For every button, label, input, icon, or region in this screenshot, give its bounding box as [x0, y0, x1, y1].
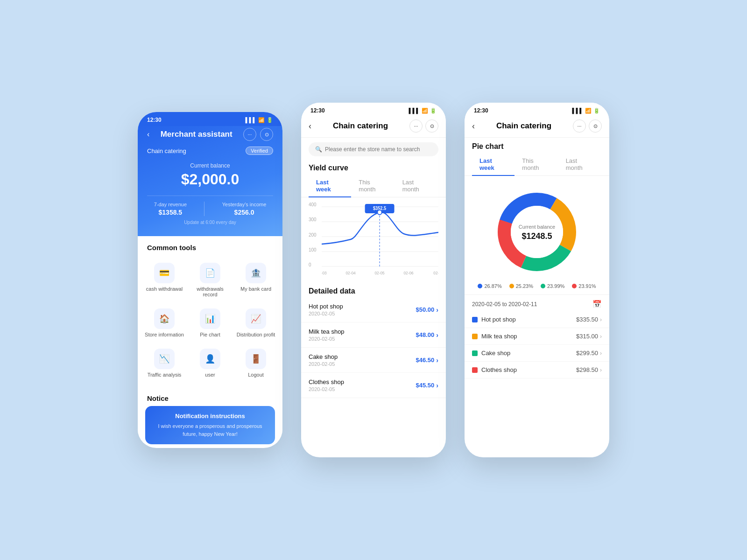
balance-amount: $2,000.0: [147, 171, 273, 188]
tool-my-bank-card[interactable]: 🏦 My bank card: [234, 257, 278, 301]
shop-hot-pot-name: Hot pot shop: [309, 303, 343, 310]
tool-cash-withdrawal[interactable]: 💳 cash withdrawal: [142, 257, 186, 301]
shop-clothes-name: Clothes shop: [309, 378, 344, 385]
tool-logout[interactable]: 🚪 Logout: [234, 343, 278, 381]
revenue-7day-value: $1358.5: [154, 209, 187, 216]
detail-milk-tea[interactable]: Milk tea shop $315.00 ›: [465, 328, 609, 345]
detail-hot-pot-amount: $335.50: [576, 316, 598, 323]
detail-cake[interactable]: Cake shop $299.50 ›: [465, 345, 609, 362]
legend-blue-label: 26.87%: [484, 283, 501, 289]
tool-store-information-label: Store information: [145, 332, 184, 337]
right-target-icon[interactable]: ⊙: [589, 119, 602, 133]
center-tabs: Last week This month Last month: [301, 175, 446, 197]
calendar-icon[interactable]: 📅: [592, 300, 602, 308]
tool-pie-chart[interactable]: 📊 Pie chart: [188, 303, 232, 341]
shop-cake[interactable]: Cake shop 2020-02-05 $46.50 ›: [301, 348, 446, 373]
svg-text:02-05: 02-05: [374, 271, 384, 275]
tool-logout-label: Logout: [248, 372, 264, 378]
detail-hot-pot[interactable]: Hot pot shop $335.50 ›: [465, 311, 609, 328]
wifi-icon: 📶: [258, 117, 265, 123]
tool-user[interactable]: 👤 user: [188, 343, 232, 381]
legend-row: 26.87% 25.23% 23.99% 23.91%: [465, 283, 609, 294]
right-battery-icon: 🔋: [593, 108, 600, 114]
tab-last-month[interactable]: Last month: [395, 175, 438, 197]
more-icon[interactable]: ···: [243, 128, 256, 141]
tab-last-week[interactable]: Last week: [309, 175, 351, 197]
right-header-title: Chain catering: [475, 121, 573, 131]
left-time: 12:30: [147, 117, 162, 123]
tool-store-information[interactable]: 🏠 Store information: [142, 303, 186, 341]
left-status-icons: ▌▌▌ 📶 🔋: [246, 117, 273, 123]
detail-cake-color: [472, 350, 478, 356]
chain-label: Chain catering: [147, 147, 186, 154]
right-wifi-icon: 📶: [585, 108, 592, 114]
center-phone: 12:30 ▌▌▌ 📶 🔋 ‹ Chain catering ··· ⊙ 🔍 Y…: [301, 103, 446, 457]
tab-this-month[interactable]: This month: [351, 175, 395, 197]
tool-bank-card-label: My bank card: [240, 286, 271, 292]
target-icon[interactable]: ⊙: [260, 128, 273, 141]
svg-text:Current balance: Current balance: [519, 224, 555, 230]
center-time: 12:30: [310, 107, 325, 114]
update-text: Update at 6:00 every day: [147, 220, 273, 225]
chart-y-labels: 400 300 200 100 0: [309, 202, 317, 267]
revenue-7day-label: 7-day revenue: [154, 202, 187, 207]
shop-hot-pot-amount: $50.00 ›: [416, 306, 438, 314]
header-nav: ‹ Merchant assistant ··· ⊙: [147, 126, 273, 147]
detail-cake-right: $299.50 ›: [576, 350, 602, 357]
detail-hot-pot-name: Hot pot shop: [481, 316, 516, 323]
detail-hot-pot-chevron: ›: [600, 316, 602, 323]
shop-clothes[interactable]: Clothes shop 2020-02-05 $45.50 ›: [301, 373, 446, 398]
notice-text: I wish everyone a prosperous and prosper…: [153, 422, 268, 438]
legend-green-label: 23.99%: [547, 283, 564, 289]
right-signal-icon: ▌▌▌: [572, 108, 583, 113]
tool-traffic-analysis[interactable]: 📉 Traffic analysis: [142, 343, 186, 381]
detail-hot-pot-right: $335.50 ›: [576, 316, 602, 323]
detail-hot-pot-color: [472, 317, 478, 322]
center-more-icon[interactable]: ···: [409, 119, 423, 133]
tool-withdrawals-record[interactable]: 📄 withdrawals record: [188, 257, 232, 301]
left-phone: 12:30 ▌▌▌ 📶 🔋 ‹ Merchant assistant ··· ⊙…: [138, 112, 282, 448]
search-input[interactable]: [325, 146, 432, 153]
detail-clothes-amount: $298.50: [576, 366, 598, 373]
detail-clothes-color: [472, 367, 478, 373]
balance-section: Current balance $2,000.0: [147, 162, 273, 188]
tool-user-label: user: [205, 372, 215, 378]
detail-clothes-name: Clothes shop: [481, 366, 517, 373]
right-header-actions: ··· ⊙: [573, 119, 602, 133]
search-bar[interactable]: 🔍: [309, 142, 438, 156]
legend-blue: 26.87%: [478, 283, 501, 289]
shop-clothes-amount: $45.50 ›: [416, 382, 438, 389]
yield-curve-chart: $352.5 02-03 02-04 02-05 02-06 02-07: [322, 202, 438, 277]
center-target-icon[interactable]: ⊙: [425, 119, 438, 133]
center-signal-icon: ▌▌▌: [409, 108, 420, 113]
legend-red-dot: [572, 284, 577, 288]
legend-yellow-label: 25.23%: [516, 283, 533, 289]
shop-milk-tea-amount: $48.00 ›: [416, 331, 438, 339]
shop-milk-tea[interactable]: Milk tea shop 2020-02-05 $48.00 ›: [301, 322, 446, 348]
shop-cake-name: Cake shop: [309, 353, 338, 360]
svg-text:02-03: 02-03: [322, 271, 327, 275]
tools-grid: 💳 cash withdrawal 📄 withdrawals record 🏦…: [138, 255, 282, 387]
common-tools-title: Common tools: [138, 236, 282, 255]
right-tab-last-week[interactable]: Last week: [472, 154, 514, 176]
shop-milk-tea-info: Milk tea shop 2020-02-05: [309, 328, 345, 342]
right-more-icon[interactable]: ···: [573, 119, 586, 133]
legend-red-label: 23.91%: [578, 283, 596, 289]
bank-card-icon: 🏦: [246, 263, 266, 283]
shop-hot-pot[interactable]: Hot pot shop 2020-02-05 $50.00 ›: [301, 297, 446, 322]
right-tab-this-month[interactable]: This month: [514, 154, 558, 176]
shop-hot-pot-info: Hot pot shop 2020-02-05: [309, 303, 343, 316]
detail-milk-tea-color: [472, 334, 478, 339]
balance-label: Current balance: [147, 162, 273, 169]
center-status-bar: 12:30 ▌▌▌ 📶 🔋: [301, 103, 446, 117]
center-header: ‹ Chain catering ··· ⊙: [301, 117, 446, 138]
notice-title: Notice: [138, 387, 282, 406]
right-tab-last-month[interactable]: Last month: [558, 154, 602, 176]
cash-withdrawal-icon: 💳: [154, 263, 175, 283]
shop-cake-date: 2020-02-05: [309, 361, 338, 367]
traffic-analysis-icon: 📉: [154, 349, 175, 369]
svg-point-8: [377, 210, 381, 215]
tool-distribution-profit[interactable]: 📈 Distribution profit: [234, 303, 278, 341]
detail-cake-chevron: ›: [600, 350, 602, 357]
detail-clothes[interactable]: Clothes shop $298.50 ›: [465, 362, 609, 378]
